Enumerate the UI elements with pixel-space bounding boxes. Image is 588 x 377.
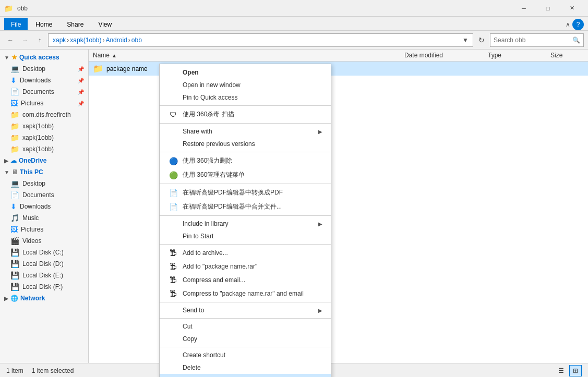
ctx-open-new-window[interactable]: Open in new window	[160, 79, 331, 91]
file-name-label: package name	[106, 65, 148, 72]
ctx-sep-9	[160, 347, 331, 347]
ribbon-collapse-icon[interactable]: ∧	[566, 21, 570, 28]
thispc-header[interactable]: ▼ 🖥 This PC	[0, 166, 88, 178]
thispc-disk-c[interactable]: 💾 Local Disk (C:)	[0, 247, 88, 258]
ctx-include-lib[interactable]: Include in library ▶	[160, 217, 331, 230]
onedrive-label: OneDrive	[19, 157, 46, 164]
pin-icon-downloads: 📌	[78, 78, 84, 83]
back-button[interactable]: ←	[4, 34, 17, 46]
col-type[interactable]: Type	[484, 50, 546, 61]
title-bar: 📁 obb ─ □ ✕	[0, 0, 588, 17]
thispc-pictures[interactable]: 🖼 Pictures	[0, 224, 88, 235]
tab-home[interactable]: Home	[29, 18, 59, 30]
sidebar-item-documents[interactable]: 📄 Documents 📌	[0, 86, 88, 98]
address-expand-icon[interactable]: ▼	[462, 37, 469, 44]
ctx-compress-email[interactable]: 🗜 Compress and email...	[160, 273, 331, 287]
ctx-foxit-pdf[interactable]: 📄 在福昕高级PDF编辑器中转换成PDF	[160, 186, 331, 200]
onedrive-header[interactable]: ▶ ☁ OneDrive	[0, 155, 88, 166]
tab-file[interactable]: File	[4, 18, 28, 30]
address-input[interactable]: xapk › xapk(1obb) › Android › obb ▼	[48, 33, 473, 47]
network-icon: 🌐	[10, 295, 18, 302]
tab-share[interactable]: Share	[60, 18, 90, 30]
ribbon-tabs: File Home Share View ∧ ?	[0, 17, 588, 30]
context-menu: Open Open in new window Pin to Quick acc…	[159, 64, 331, 377]
ctx-compress-email-icon: 🗜	[168, 276, 178, 284]
ctx-send-to[interactable]: Send to ▶	[160, 304, 331, 317]
ctx-copy[interactable]: Copy	[160, 333, 331, 345]
ctx-360-scan[interactable]: 🛡 使用 360杀毒 扫描	[160, 107, 331, 121]
sidebar-item-downloads[interactable]: ⬇ Downloads 📌	[0, 75, 88, 86]
ctx-360-delete[interactable]: 🔵 使用 360强力删除	[160, 154, 331, 168]
thispc-music[interactable]: 🎵 Music	[0, 212, 88, 224]
thispc-documents[interactable]: 📄 Documents	[0, 189, 88, 201]
view-details-button[interactable]: ☰	[555, 365, 567, 376]
ctx-share-with[interactable]: Share with ▶	[160, 125, 331, 138]
sidebar-label-documents: Documents	[22, 88, 54, 95]
downloads-icon: ⬇	[10, 76, 17, 84]
ctx-360-manage[interactable]: 🟢 使用 360管理右键菜单	[160, 168, 331, 182]
ctx-360-manage-label: 使用 360管理右键菜单	[183, 171, 245, 179]
path-xapk[interactable]: xapk	[53, 37, 66, 44]
ctx-create-shortcut[interactable]: Create shortcut	[160, 349, 331, 361]
close-button[interactable]: ✕	[560, 0, 584, 17]
ctx-compress-rar-email-icon: 🗜	[168, 289, 178, 298]
sidebar-label-pictures: Pictures	[21, 100, 43, 107]
address-bar: ← → ↑ xapk › xapk(1obb) › Android › obb …	[0, 31, 588, 50]
ctx-pin-start[interactable]: Pin to Start	[160, 230, 331, 242]
network-header[interactable]: ▶ 🌐 Network	[0, 293, 88, 304]
ribbon: File Home Share View ∧ ?	[0, 17, 588, 31]
ctx-add-rar[interactable]: 🗜 Add to "package name.rar"	[160, 260, 331, 273]
ctx-rename[interactable]: Rename	[160, 374, 331, 377]
path-xapk1obb[interactable]: xapk(1obb)	[70, 37, 101, 44]
thispc-videos[interactable]: 🎬 Videos	[0, 235, 88, 247]
col-name[interactable]: Name ▲	[89, 50, 400, 61]
search-box[interactable]: 🔍	[490, 33, 584, 47]
refresh-button[interactable]: ↻	[475, 34, 488, 46]
ctx-add-archive[interactable]: 🗜 Add to archive...	[160, 246, 331, 260]
ctx-sep-6	[160, 244, 331, 245]
maximize-button[interactable]: □	[536, 0, 560, 17]
quick-access-header[interactable]: ▼ ★ Quick access	[0, 52, 88, 63]
search-input[interactable]	[494, 37, 572, 44]
ctx-restore[interactable]: Restore previous versions	[160, 138, 331, 150]
disk-c-label: Local Disk (C:)	[22, 249, 64, 256]
help-icon[interactable]: ?	[572, 19, 584, 30]
title-controls: ─ □ ✕	[512, 0, 584, 17]
sidebar-item-xapk2[interactable]: 📁 xapk(1obb)	[0, 132, 88, 143]
path-android[interactable]: Android	[105, 37, 127, 44]
thispc-disk-f[interactable]: 💾 Local Disk (F:)	[0, 281, 88, 293]
ctx-create-shortcut-label: Create shortcut	[183, 351, 225, 359]
ctx-open[interactable]: Open	[160, 66, 331, 79]
ctx-pin-quick[interactable]: Pin to Quick access	[160, 91, 331, 104]
documents-icon: 📄	[10, 88, 19, 96]
file-list-header: Name ▲ Date modified Type Size	[89, 50, 588, 62]
disk-f-icon: 💾	[10, 283, 19, 291]
up-button[interactable]: ↑	[33, 34, 46, 46]
sidebar-item-com-dts[interactable]: 📁 com.dts.freefireth	[0, 109, 88, 120]
ctx-sep-4	[160, 184, 331, 184]
sidebar-item-xapk3[interactable]: 📁 xapk(1obb)	[0, 143, 88, 155]
sidebar-item-xapk1[interactable]: 📁 xapk(1obb)	[0, 120, 88, 132]
ctx-add-archive-icon: 🗜	[168, 249, 178, 257]
thispc-downloads[interactable]: ⬇ Downloads	[0, 201, 88, 212]
ctx-delete[interactable]: Delete	[160, 361, 331, 374]
sidebar-item-desktop[interactable]: 💻 Desktop 📌	[0, 63, 88, 75]
thispc-disk-e[interactable]: 💾 Local Disk (E:)	[0, 270, 88, 281]
minimize-button[interactable]: ─	[512, 0, 536, 17]
view-list-button[interactable]: ⊞	[569, 365, 582, 376]
forward-button[interactable]: →	[19, 34, 31, 46]
col-date[interactable]: Date modified	[400, 50, 484, 61]
sidebar-item-pictures[interactable]: 🖼 Pictures 📌	[0, 98, 88, 109]
ctx-sep-1	[160, 105, 331, 106]
ctx-compress-rar-email[interactable]: 🗜 Compress to "package name.rar" and ema…	[160, 287, 331, 300]
search-icon: 🔍	[572, 37, 580, 44]
path-obb[interactable]: obb	[131, 37, 142, 44]
window-title: obb	[17, 5, 512, 12]
thispc-desktop[interactable]: 💻 Desktop	[0, 178, 88, 189]
thispc-chevron: ▼	[4, 169, 9, 175]
col-size[interactable]: Size	[546, 50, 588, 61]
ctx-foxit-merge[interactable]: 📄 在福昕高级PDF编辑器中合并文件...	[160, 200, 331, 214]
ctx-cut[interactable]: Cut	[160, 320, 331, 333]
tab-view[interactable]: View	[91, 18, 118, 30]
thispc-disk-d[interactable]: 💾 Local Disk (D:)	[0, 258, 88, 270]
